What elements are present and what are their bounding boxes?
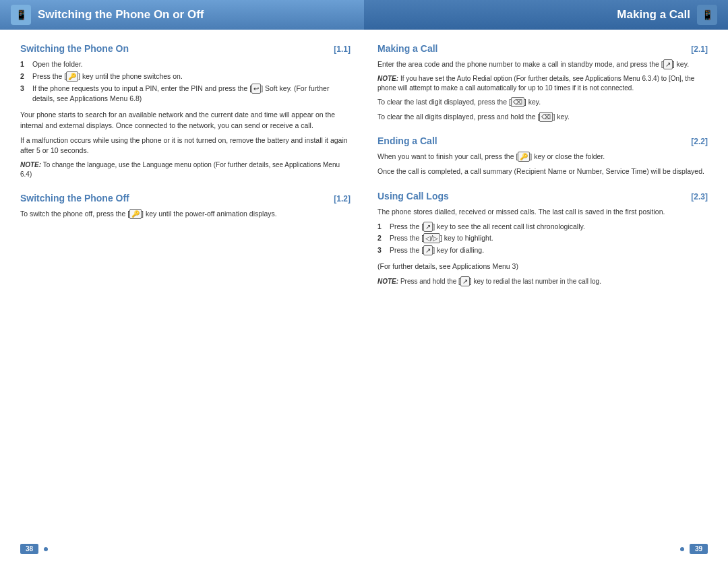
- switching-on-para1: Your phone starts to search for an avail…: [20, 110, 351, 131]
- step-num-2: 2: [20, 71, 28, 82]
- switching-off-para1: To switch the phone off, press the [🔑] k…: [20, 209, 351, 220]
- section-call-logs-number: [2.3]: [691, 192, 708, 201]
- left-column: Switching the Phone On [1.1] 1 Open the …: [20, 43, 351, 528]
- step-num-1: 1: [20, 59, 28, 70]
- page-dot-right: [680, 547, 684, 551]
- section-switching-off-number: [1.2]: [334, 194, 351, 204]
- section-switching-off-title: Switching the Phone Off: [20, 193, 129, 204]
- header-right: Making a Call 📱: [364, 0, 728, 30]
- log-step-num-1: 1: [377, 222, 386, 232]
- list-item: 3 Press the [↗] key for dialling.: [377, 245, 708, 256]
- phone-icon-right: 📱: [697, 5, 717, 25]
- page-num-left: 38: [20, 544, 48, 554]
- page-dot-left: [44, 547, 48, 551]
- list-item: 2 Press the [◁/▷] key to highlight.: [377, 233, 708, 244]
- section-call-logs-header: Using Call Logs [2.3]: [377, 191, 708, 201]
- list-item: 1 Press the [↗] key to see the all recen…: [377, 222, 708, 232]
- section-ending-call-number: [2.2]: [691, 137, 708, 146]
- switching-on-para2: If a malfunction occurs while using the …: [20, 135, 351, 157]
- section-switching-on-number: [1.1]: [334, 44, 351, 54]
- log-step-text-3: Press the [↗] key for dialling.: [390, 245, 484, 256]
- call-logs-para1: The phone stores dialled, received or mi…: [377, 207, 708, 218]
- log-step-text-2: Press the [◁/▷] key to highlight.: [390, 233, 493, 244]
- section-switching-on-header: Switching the Phone On [1.1]: [20, 43, 351, 54]
- header-title-right: Making a Call: [617, 8, 690, 22]
- section-call-logs-title: Using Call Logs: [377, 191, 449, 201]
- making-call-note: NOTE: If you have set the Auto Redial op…: [377, 74, 708, 93]
- section-making-call-title: Making a Call: [377, 43, 437, 54]
- section-making-call-number: [2.1]: [691, 44, 708, 54]
- switching-on-note: NOTE: To change the language, use the La…: [20, 160, 351, 179]
- log-step-text-1: Press the [↗] key to see the all recent …: [390, 222, 585, 232]
- section-switching-off-header: Switching the Phone Off [1.2]: [20, 193, 351, 204]
- ending-call-para2: Once the call is completed, a call summa…: [377, 166, 708, 177]
- page-num-right: 39: [680, 544, 708, 554]
- step-num-3: 3: [20, 84, 28, 105]
- right-column: Making a Call [2.1] Enter the area code …: [377, 43, 708, 528]
- call-logs-para2: (For further details, see Applications M…: [377, 261, 708, 272]
- call-logs-steps: 1 Press the [↗] key to see the all recen…: [377, 222, 708, 257]
- making-call-para1: Enter the area code and the phone number…: [377, 59, 708, 70]
- phone-glyph-left: 📱: [16, 9, 27, 20]
- section-switching-on-title: Switching the Phone On: [20, 43, 129, 54]
- making-call-para3: To clear the all digits displayed, press…: [377, 112, 708, 123]
- header-title-left: Switching the Phone On or Off: [38, 8, 204, 22]
- log-step-num-3: 3: [377, 245, 386, 256]
- ending-call-para1: When you want to finish your call, press…: [377, 152, 708, 162]
- log-step-num-2: 2: [377, 233, 386, 244]
- call-logs-note: NOTE: Press and hold the [↗] key to redi…: [377, 276, 708, 286]
- step-text-2: Press the [🔑] key until the phone switch…: [32, 71, 183, 82]
- header-left: 📱 Switching the Phone On or Off: [0, 0, 364, 30]
- header-bar: 📱 Switching the Phone On or Off Making a…: [0, 0, 728, 30]
- page-container: 📱 Switching the Phone On or Off Making a…: [0, 0, 728, 562]
- list-item: 3 If the phone requests you to input a P…: [20, 84, 351, 105]
- making-call-para2: To clear the last digit displayed, press…: [377, 97, 708, 108]
- step-text-3: If the phone requests you to input a PIN…: [32, 84, 351, 105]
- step-text-1: Open the folder.: [32, 59, 83, 70]
- section-making-call-header: Making a Call [2.1]: [377, 43, 708, 54]
- page-number-left: 38: [20, 544, 38, 554]
- list-item: 1 Open the folder.: [20, 59, 351, 70]
- section-ending-call-header: Ending a Call [2.2]: [377, 135, 708, 146]
- switching-on-steps: 1 Open the folder. 2 Press the [🔑] key u…: [20, 59, 351, 106]
- section-ending-call-title: Ending a Call: [377, 135, 437, 146]
- list-item: 2 Press the [🔑] key until the phone swit…: [20, 71, 351, 82]
- phone-icon-left: 📱: [11, 5, 31, 25]
- page-number-right: 39: [690, 544, 708, 554]
- content-area: Switching the Phone On [1.1] 1 Open the …: [0, 30, 728, 538]
- footer: 38 39: [0, 538, 728, 562]
- phone-glyph-right: 📱: [702, 9, 713, 20]
